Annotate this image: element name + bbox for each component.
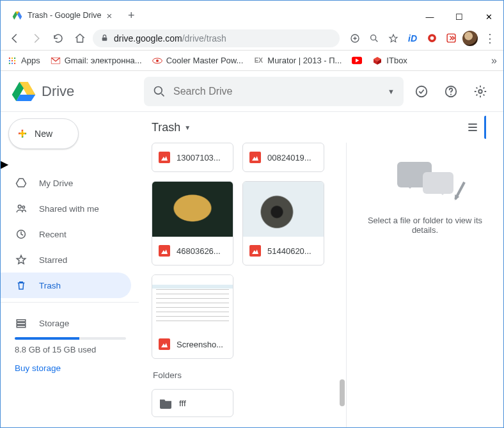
nav-starred[interactable]: Starred [1, 247, 131, 273]
bookmark-gmail[interactable]: Gmail: электронна... [51, 56, 142, 66]
file-card[interactable]: Screensho... [152, 274, 233, 359]
svg-point-6 [371, 35, 376, 40]
new-button[interactable]: + New [8, 118, 79, 149]
tab-title: Trash - Google Drive [28, 11, 102, 20]
storage-bar [15, 337, 126, 340]
folder-name: fff [179, 399, 186, 408]
expand-caret-icon[interactable]: ▶ [1, 159, 8, 170]
zoom-icon[interactable] [366, 31, 382, 46]
browser-menu-button[interactable]: ⋮ [482, 31, 498, 45]
extension-shield-icon[interactable] [424, 31, 439, 46]
svg-point-12 [14, 57, 15, 58]
image-file-icon [249, 245, 261, 257]
trash-icon [15, 279, 28, 292]
profile-avatar[interactable] [462, 31, 478, 46]
new-tab-button[interactable]: + [122, 6, 140, 24]
main-area: Trash ▼ 13007103... 00824019... [139, 112, 503, 427]
nav-trash[interactable]: Trash [1, 273, 131, 298]
drive-favicon-icon [12, 10, 22, 20]
close-button[interactable]: ✕ [474, 7, 503, 26]
ex-icon: EX [253, 56, 264, 66]
svg-point-18 [14, 62, 15, 63]
drive-header: Drive ▼ [1, 71, 503, 112]
folder-card[interactable]: fff [152, 389, 233, 417]
svg-point-14 [12, 59, 13, 61]
scrollbar-thumb[interactable] [340, 379, 345, 406]
apps-grid-icon [7, 56, 17, 66]
nav-label: Trash [39, 281, 61, 290]
details-toggle-indicator[interactable] [484, 116, 491, 139]
svg-rect-32 [17, 326, 26, 328]
bookmark-murator[interactable]: EX Murator | 2013 - П... [253, 56, 342, 66]
back-button[interactable] [6, 29, 24, 47]
buy-storage-link[interactable]: Buy storage [15, 363, 126, 373]
folder-icon [160, 397, 171, 409]
svg-point-13 [9, 59, 10, 61]
details-empty-text: Select a file or folder to view its deta… [347, 216, 503, 235]
bookmark-coolermaster[interactable]: Cooler Master Pow... [152, 56, 244, 66]
support-icon[interactable] [438, 79, 464, 104]
search-input[interactable] [173, 86, 380, 97]
forward-button[interactable] [28, 29, 45, 47]
drive-logo[interactable]: Drive [11, 79, 139, 104]
svg-rect-30 [17, 320, 26, 322]
gmail-icon [51, 56, 61, 66]
bookmark-itbox[interactable]: ITbox [372, 56, 407, 66]
file-name: 00824019... [267, 153, 311, 162]
image-file-icon [159, 245, 170, 257]
home-button[interactable] [71, 29, 89, 47]
file-card[interactable]: 46803626... [152, 181, 233, 266]
svg-point-11 [12, 57, 13, 58]
breadcrumb[interactable]: Trash ▼ [152, 121, 191, 134]
reload-button[interactable] [49, 29, 67, 47]
nav-label: Starred [39, 255, 67, 265]
nav-my-drive[interactable]: My Drive [1, 170, 131, 196]
zoom-add-icon[interactable] [347, 31, 363, 46]
chevron-down-icon: ▼ [184, 124, 191, 131]
svg-point-28 [22, 206, 25, 209]
nav-shared[interactable]: Shared with me [1, 196, 131, 221]
bookmarks-overflow-button[interactable]: » [491, 55, 497, 67]
apps-button[interactable]: Apps [7, 56, 40, 66]
search-options-icon[interactable]: ▼ [388, 88, 395, 95]
storage-icon [15, 317, 28, 329]
ready-offline-icon[interactable] [409, 79, 434, 104]
browser-tab[interactable]: Trash - Google Drive × [6, 4, 118, 26]
window-titlebar: Trash - Google Drive × + — ☐ ✕ [1, 1, 503, 26]
bookmark-label: ITbox [386, 56, 407, 65]
bookmark-label: Gmail: электронна... [65, 56, 142, 65]
minimize-button[interactable]: — [415, 7, 445, 26]
list-view-button[interactable] [461, 116, 484, 139]
file-grid: 13007103... 00824019... 46803626... 5144 [139, 143, 346, 427]
browser-toolbar: drive.google.com/drive/trash iD ⋮ [1, 26, 503, 51]
file-card[interactable]: 51440620... [242, 181, 324, 266]
sidebar: + New ▶ My Drive Shared with me Recent S… [1, 112, 139, 427]
file-name: 46803626... [177, 246, 221, 256]
details-empty-illustration [393, 162, 457, 204]
folders-section-label: Folders [153, 370, 333, 380]
star-icon[interactable] [386, 31, 401, 46]
extension-id-icon[interactable]: iD [405, 31, 420, 46]
tab-close-icon[interactable]: × [107, 10, 113, 21]
address-bar[interactable]: drive.google.com/drive/trash [93, 29, 340, 47]
shared-icon [15, 202, 28, 215]
bookmark-youtube[interactable] [352, 56, 362, 66]
product-name: Drive [42, 83, 74, 100]
extension-forward-icon[interactable] [443, 31, 459, 46]
svg-rect-31 [17, 322, 26, 324]
maximize-button[interactable]: ☐ [445, 7, 474, 26]
breadcrumb-label: Trash [152, 121, 180, 134]
file-card[interactable]: 00824019... [242, 143, 324, 172]
settings-icon[interactable] [468, 79, 493, 104]
my-drive-icon [15, 177, 28, 189]
image-file-icon [159, 152, 170, 163]
apps-label: Apps [21, 56, 40, 65]
search-icon [153, 85, 166, 98]
file-card[interactable]: 13007103... [152, 143, 233, 172]
nav-storage[interactable]: Storage [15, 312, 126, 335]
file-thumbnail [243, 182, 324, 237]
search-box[interactable]: ▼ [144, 77, 404, 106]
svg-point-26 [478, 90, 482, 93]
svg-point-22 [155, 86, 162, 94]
nav-recent[interactable]: Recent [1, 221, 131, 247]
